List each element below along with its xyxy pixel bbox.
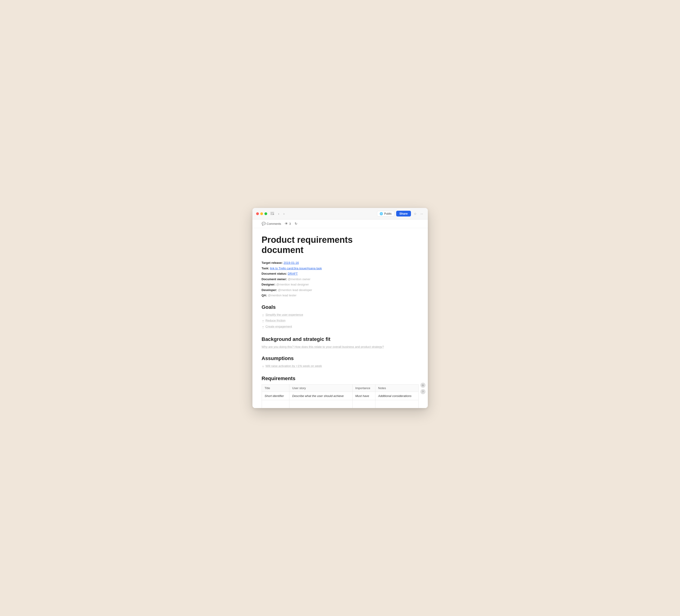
target-release-value[interactable]: 2019-01-16 — [284, 261, 299, 264]
meta-document-owner: Document owner: @mention owner — [262, 277, 419, 282]
document-content: Product requirementsdocument Target rele… — [252, 228, 428, 408]
meta-document-status: Document status: DRAFT — [262, 272, 419, 276]
requirements-table: Title User story Importance Notes Short … — [262, 384, 419, 408]
cell-notes-1[interactable] — [375, 400, 418, 408]
designer-value[interactable]: @mention lead designer — [276, 283, 309, 286]
requirements-section: Requirements Title User story Importance… — [262, 375, 419, 408]
cell-title-0[interactable]: Short identifier — [262, 392, 289, 400]
comments-label: Comments — [267, 222, 281, 225]
background-title: Background and strategic fit — [262, 336, 419, 342]
goals-item-1: Reduce friction — [265, 319, 285, 322]
list-item[interactable]: Create engagement — [262, 325, 419, 329]
goals-item-0: Simplify the user experience — [265, 313, 303, 316]
app-window: ‹ › 🌐 Public Share ☆ ··· 💬 Comments 👁 3 … — [252, 208, 428, 408]
col-notes: Notes — [375, 385, 418, 392]
task-label: Task: — [262, 267, 269, 270]
cell-notes-0[interactable]: Additional considerations — [375, 392, 418, 400]
table-header-row: Title User story Importance Notes — [262, 385, 418, 392]
col-user-story: User story — [289, 385, 352, 392]
assumptions-section: Assumptions Will raise activation by +1%… — [262, 356, 419, 369]
document-status-value[interactable]: DRAFT — [288, 272, 298, 275]
svg-marker-3 — [273, 213, 274, 215]
traffic-light-yellow[interactable] — [260, 212, 263, 215]
task-value[interactable]: link to Trello card/Jira issue/Asana tas… — [270, 267, 322, 270]
cell-importance-0[interactable]: Must have — [352, 392, 375, 400]
globe-icon: 🌐 — [379, 212, 383, 215]
refresh-button[interactable]: ↻ — [295, 222, 298, 225]
goals-title: Goals — [262, 304, 419, 310]
developer-label: Developer: — [262, 288, 277, 292]
views-button[interactable]: 👁 3 — [285, 222, 291, 225]
cell-story-1[interactable] — [289, 400, 352, 408]
back-icon[interactable]: ‹ — [277, 212, 280, 216]
more-icon[interactable]: ··· — [420, 211, 424, 217]
goals-list: Simplify the user experience Reduce fric… — [262, 313, 419, 329]
table-row[interactable] — [262, 400, 418, 408]
cell-title-1[interactable] — [262, 400, 289, 408]
table-row[interactable]: Short identifier Describe what the user … — [262, 392, 418, 400]
goals-item-2: Create engagement — [265, 325, 292, 328]
refresh-icon: ↻ — [295, 222, 298, 225]
requirements-title: Requirements — [262, 375, 419, 382]
svg-rect-1 — [271, 213, 273, 214]
col-title: Title — [262, 385, 289, 392]
col-importance: Importance — [352, 385, 375, 392]
floating-question-icon[interactable]: ? — [420, 389, 425, 394]
document-owner-label: Document owner: — [262, 277, 287, 281]
cell-importance-1[interactable] — [352, 400, 375, 408]
qa-value[interactable]: @mention lead tester — [268, 293, 296, 297]
list-item[interactable]: Simplify the user experience — [262, 313, 419, 317]
developer-value[interactable]: @mention lead developer — [278, 288, 312, 292]
meta-qa: QA: @mention lead tester — [262, 293, 419, 298]
designer-label: Designer: — [262, 283, 276, 286]
assumptions-list: Will raise activation by +1% week on wee… — [262, 364, 419, 369]
qa-label: QA: — [262, 293, 267, 297]
svg-rect-2 — [271, 215, 274, 215]
document-title: Product requirementsdocument — [262, 235, 419, 255]
cell-story-0[interactable]: Describe what the user should achieve — [289, 392, 352, 400]
list-item[interactable]: Reduce friction — [262, 319, 419, 323]
toolbar: 💬 Comments 👁 3 ↻ — [252, 220, 428, 228]
background-placeholder[interactable]: Why are you doing this? How does this re… — [262, 345, 419, 348]
comments-button[interactable]: 💬 Comments — [262, 222, 281, 225]
sidebar-toggle-icon[interactable] — [270, 212, 275, 216]
floating-icons: ⊙ ? — [420, 383, 425, 394]
document-status-label: Document status: — [262, 272, 287, 275]
floating-circle-icon[interactable]: ⊙ — [420, 383, 425, 388]
traffic-lights — [256, 212, 267, 215]
list-item[interactable]: Will raise activation by +1% week on wee… — [262, 364, 419, 369]
titlebar: ‹ › 🌐 Public Share ☆ ··· — [252, 208, 428, 220]
forward-icon[interactable]: › — [282, 212, 285, 216]
comment-icon: 💬 — [262, 222, 265, 225]
meta-developer: Developer: @mention lead developer — [262, 288, 419, 292]
views-count: 3 — [289, 222, 291, 225]
meta-section: Target release: 2019-01-16 Task: link to… — [262, 260, 419, 298]
titlebar-right: 🌐 Public Share ☆ ··· — [377, 211, 424, 217]
public-button[interactable]: 🌐 Public — [377, 211, 394, 217]
titlebar-left: ‹ › — [256, 212, 285, 216]
goals-section: Goals Simplify the user experience Reduc… — [262, 304, 419, 329]
star-icon[interactable]: ☆ — [413, 211, 418, 217]
public-label: Public — [384, 212, 392, 215]
target-release-label: Target release: — [262, 261, 283, 264]
assumptions-item-0: Will raise activation by +1% week on wee… — [265, 364, 322, 368]
traffic-light-green[interactable] — [264, 212, 267, 215]
meta-designer: Designer: @mention lead designer — [262, 282, 419, 287]
svg-rect-0 — [271, 212, 274, 213]
traffic-light-red[interactable] — [256, 212, 259, 215]
eye-icon: 👁 — [285, 222, 288, 225]
document-owner-value[interactable]: @mention owner — [288, 277, 310, 281]
assumptions-title: Assumptions — [262, 356, 419, 361]
meta-target-release: Target release: 2019-01-16 — [262, 260, 419, 265]
meta-task: Task: link to Trello card/Jira issue/Asa… — [262, 266, 419, 271]
share-button[interactable]: Share — [396, 211, 411, 217]
background-section: Background and strategic fit Why are you… — [262, 336, 419, 348]
